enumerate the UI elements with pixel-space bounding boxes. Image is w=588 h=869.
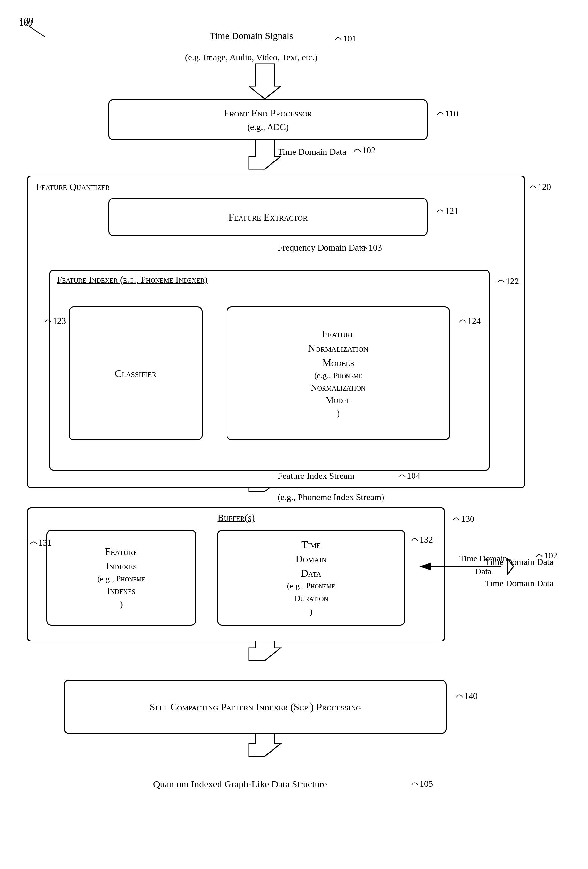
ref-100-arrow: 100 bbox=[19, 18, 58, 43]
ref-131-svg: 131 bbox=[27, 536, 69, 552]
ref-130-svg: 130 bbox=[450, 512, 491, 528]
time-domain-right-stacked: Time Domain Data bbox=[459, 552, 507, 578]
ref-120-svg: 120 bbox=[526, 180, 568, 196]
svg-text:104: 104 bbox=[407, 471, 420, 480]
ref-101-svg: 101 bbox=[332, 32, 370, 48]
ref-124-svg: 124 bbox=[456, 314, 498, 330]
ref-102-mid-svg: 102 bbox=[533, 549, 574, 565]
ref-102-top-svg: 102 bbox=[351, 144, 392, 160]
svg-text:100: 100 bbox=[19, 18, 34, 25]
svg-marker-4 bbox=[249, 64, 281, 99]
ref-110-svg: 110 bbox=[434, 107, 475, 123]
svg-text:132: 132 bbox=[419, 535, 433, 544]
ref-105-svg: 105 bbox=[408, 777, 450, 793]
buffers-title: Buffer(s) bbox=[217, 512, 255, 523]
svg-text:101: 101 bbox=[343, 34, 356, 43]
ref-103-svg: 103 bbox=[357, 241, 399, 257]
scpi-box: Self Compacting Pattern Indexer (Scpi) P… bbox=[64, 680, 447, 734]
svg-text:130: 130 bbox=[461, 514, 474, 524]
ref-121-svg: 121 bbox=[434, 204, 475, 220]
feature-quantizer-title: Feature Quantizer bbox=[36, 181, 110, 192]
svg-text:131: 131 bbox=[38, 538, 52, 548]
feature-index-stream-label: Feature Index Stream (e.g., Phoneme Inde… bbox=[278, 471, 384, 491]
feature-indexes-box: Feature Indexes (e.g., Phoneme Indexes) bbox=[46, 530, 196, 626]
frequency-domain-data-label: Frequency Domain Data bbox=[278, 243, 365, 253]
ref-123-svg: 123 bbox=[41, 314, 83, 330]
ref-140-svg: 140 bbox=[453, 689, 495, 705]
svg-marker-32 bbox=[507, 559, 514, 574]
feature-indexer-title: Feature Indexer (e.g., Phoneme Indexer) bbox=[57, 274, 208, 285]
time-domain-data-top-label: Time Domain Data bbox=[278, 147, 346, 157]
svg-text:120: 120 bbox=[538, 182, 551, 192]
svg-text:121: 121 bbox=[445, 206, 458, 216]
ref-104-svg: 104 bbox=[395, 469, 437, 485]
svg-text:123: 123 bbox=[53, 316, 66, 326]
time-domain-data-buffer-box: Time Domain Data (e.g., Phoneme Duration… bbox=[217, 530, 405, 626]
svg-text:103: 103 bbox=[369, 243, 382, 252]
svg-text:122: 122 bbox=[506, 276, 519, 286]
svg-text:105: 105 bbox=[419, 779, 433, 789]
svg-text:110: 110 bbox=[445, 108, 458, 119]
front-end-processor-box: Front End Processor (e.g., ADC) bbox=[108, 99, 428, 141]
time-domain-signals-label: Time Domain Signals (e.g. Image, Audio, … bbox=[185, 30, 317, 51]
diagram-container: 100 100 Time Domain Signals (e.g. Image,… bbox=[0, 0, 588, 869]
svg-text:102: 102 bbox=[544, 550, 557, 561]
svg-text:124: 124 bbox=[467, 316, 481, 326]
quantum-indexed-label: Quantum Indexed Graph-Like Data Structur… bbox=[153, 779, 327, 789]
svg-text:102: 102 bbox=[362, 145, 376, 155]
svg-text:140: 140 bbox=[464, 691, 478, 701]
svg-line-15 bbox=[25, 24, 44, 37]
classifier-box: Classifier bbox=[69, 306, 203, 440]
feature-normalization-box: Feature Normalization Models (e.g., Phon… bbox=[227, 306, 450, 440]
ref-122-svg: 122 bbox=[495, 274, 536, 291]
ref-132-svg: 132 bbox=[408, 533, 450, 549]
feature-extractor-box: Feature Extractor bbox=[108, 198, 428, 236]
